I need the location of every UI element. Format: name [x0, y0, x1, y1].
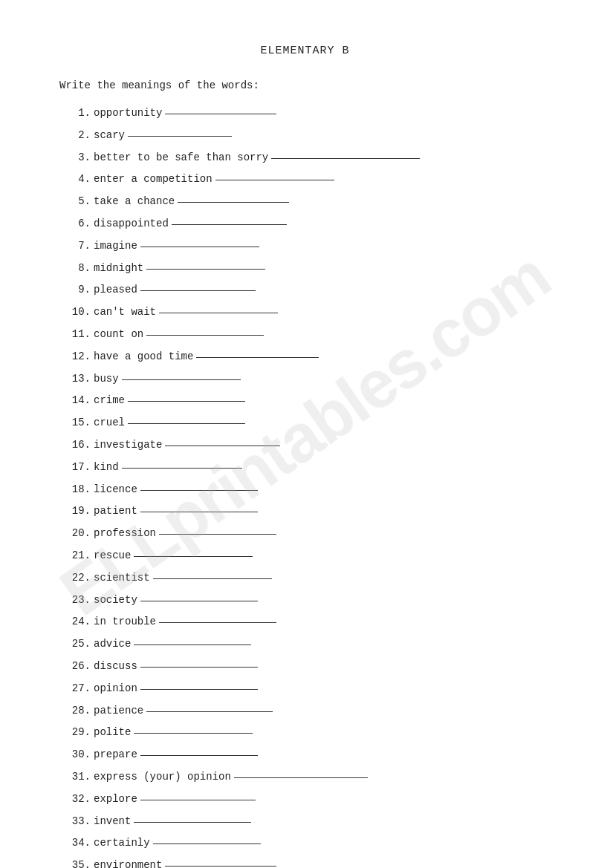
list-item: 35.environment: [67, 857, 551, 868]
item-number: 30.: [67, 746, 91, 764]
item-text: count on: [94, 326, 143, 344]
list-item: 26.discuss: [67, 658, 551, 676]
word-list: 1.opportunity2.scary3.better to be safe …: [59, 105, 551, 868]
list-item: 30.prepare: [67, 746, 551, 764]
item-number: 35.: [67, 857, 91, 868]
list-item: 32.explore: [67, 791, 551, 809]
item-number: 27.: [67, 680, 91, 698]
item-text: scientist: [94, 570, 150, 587]
item-text: investigate: [94, 437, 162, 454]
list-item: 33.invent: [67, 813, 551, 831]
list-item: 18.licence: [67, 481, 551, 499]
answer-line: [146, 269, 265, 270]
item-number: 4.: [67, 171, 91, 189]
item-number: 1.: [67, 105, 91, 123]
item-text: kind: [94, 459, 119, 477]
list-item: 14.crime: [67, 392, 551, 410]
item-number: 5.: [67, 193, 91, 211]
list-item: 7.imagine: [67, 238, 551, 255]
item-text: opportunity: [94, 105, 162, 123]
list-item: 24.in trouble: [67, 613, 551, 631]
answer-line: [165, 866, 276, 867]
item-number: 22.: [67, 570, 91, 587]
list-item: 11.count on: [67, 326, 551, 344]
answer-line: [159, 622, 276, 623]
item-text: enter a competition: [94, 171, 212, 189]
item-number: 2.: [67, 127, 91, 145]
answer-line: [140, 512, 258, 512]
list-item: 1.opportunity: [67, 105, 551, 123]
answer-line: [140, 755, 258, 756]
item-text: take a chance: [94, 193, 175, 211]
list-item: 6.disappointed: [67, 215, 551, 233]
item-number: 15.: [67, 414, 91, 432]
answer-line: [140, 800, 256, 800]
item-number: 32.: [67, 791, 91, 809]
item-text: disappointed: [94, 215, 169, 233]
list-item: 31.express (your) opinion: [67, 769, 551, 786]
item-number: 9.: [67, 281, 91, 299]
answer-line: [153, 843, 261, 844]
item-text: express (your) opinion: [94, 769, 231, 786]
item-number: 17.: [67, 459, 91, 477]
item-text: licence: [94, 481, 137, 499]
item-text: midnight: [94, 260, 143, 278]
answer-line: [128, 423, 245, 424]
item-text: in trouble: [94, 613, 156, 631]
list-item: 2.scary: [67, 127, 551, 145]
list-item: 29.polite: [67, 724, 551, 742]
answer-line: [134, 733, 253, 734]
item-number: 34.: [67, 835, 91, 852]
item-number: 33.: [67, 813, 91, 831]
item-number: 12.: [67, 348, 91, 366]
item-text: society: [94, 592, 137, 610]
item-text: have a good time: [94, 348, 193, 366]
answer-line: [140, 247, 259, 247]
answer-line: [215, 180, 334, 180]
answer-line: [140, 667, 258, 668]
answer-line: [178, 202, 289, 203]
list-item: 34.certainly: [67, 835, 551, 852]
answer-line: [146, 335, 264, 336]
item-number: 24.: [67, 613, 91, 631]
list-item: 25.advice: [67, 636, 551, 653]
item-number: 23.: [67, 592, 91, 610]
list-item: 17.kind: [67, 459, 551, 477]
answer-line: [165, 114, 276, 114]
item-number: 31.: [67, 769, 91, 786]
item-text: patience: [94, 702, 143, 720]
item-text: polite: [94, 724, 131, 742]
answer-line: [196, 357, 319, 358]
item-number: 13.: [67, 371, 91, 388]
list-item: 27.opinion: [67, 680, 551, 698]
list-item: 12.have a good time: [67, 348, 551, 366]
item-number: 8.: [67, 260, 91, 278]
answer-line: [122, 379, 241, 380]
answer-line: [128, 136, 232, 137]
list-item: 13.busy: [67, 371, 551, 388]
answer-line: [128, 401, 245, 402]
list-item: 21.rescue: [67, 547, 551, 565]
page-title: ELEMENTARY B: [59, 45, 551, 57]
list-item: 5.take a chance: [67, 193, 551, 211]
item-number: 3.: [67, 149, 91, 167]
answer-line: [234, 777, 368, 778]
item-number: 26.: [67, 658, 91, 676]
answer-line: [122, 468, 242, 469]
item-text: advice: [94, 636, 131, 653]
item-number: 29.: [67, 724, 91, 742]
item-text: patient: [94, 503, 137, 521]
item-number: 6.: [67, 215, 91, 233]
item-number: 14.: [67, 392, 91, 410]
answer-line: [140, 290, 256, 291]
list-item: 4.enter a competition: [67, 171, 551, 189]
list-item: 8.midnight: [67, 260, 551, 278]
item-text: profession: [94, 525, 156, 543]
answer-line: [271, 158, 420, 159]
list-item: 19.patient: [67, 503, 551, 521]
item-text: scary: [94, 127, 125, 145]
item-number: 7.: [67, 238, 91, 255]
item-number: 18.: [67, 481, 91, 499]
item-text: cruel: [94, 414, 125, 432]
list-item: 22.scientist: [67, 570, 551, 587]
